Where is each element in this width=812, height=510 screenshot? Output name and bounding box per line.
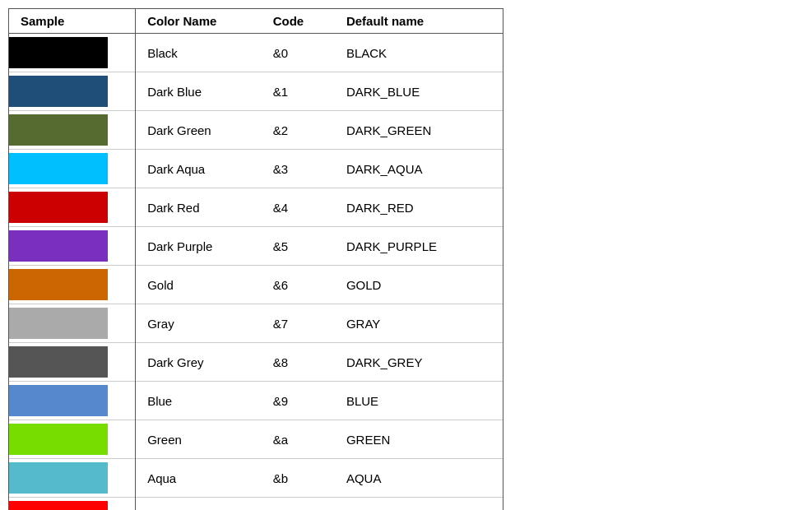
color-swatch bbox=[9, 424, 108, 455]
color-name: Gray bbox=[136, 304, 262, 343]
table-row: Dark Red&4DARK_RED bbox=[9, 188, 503, 227]
color-swatch bbox=[9, 269, 108, 300]
table-row: Aqua&bAQUA bbox=[9, 459, 503, 498]
color-swatch-cell bbox=[9, 304, 136, 343]
table-row: Red&cRED bbox=[9, 498, 503, 511]
color-name: Dark Blue bbox=[136, 72, 262, 111]
color-default-name: DARK_GREEN bbox=[335, 111, 503, 150]
color-swatch bbox=[9, 385, 108, 416]
color-swatch-cell bbox=[9, 72, 136, 111]
color-swatch-cell bbox=[9, 498, 136, 511]
color-default-name: GREEN bbox=[335, 420, 503, 459]
color-swatch bbox=[9, 346, 108, 378]
color-default-name: DARK_BLUE bbox=[335, 72, 503, 111]
color-name: Green bbox=[136, 420, 262, 459]
color-table: Sample Color Name Code Default name Blac… bbox=[9, 9, 503, 510]
table-row: Gold&6GOLD bbox=[9, 266, 503, 304]
color-code: &3 bbox=[262, 150, 335, 188]
color-swatch-cell bbox=[9, 459, 136, 498]
color-code: &a bbox=[262, 420, 335, 459]
color-swatch-cell bbox=[9, 111, 136, 150]
color-swatch bbox=[9, 501, 108, 510]
color-default-name: DARK_PURPLE bbox=[335, 227, 503, 266]
color-swatch-cell bbox=[9, 266, 136, 304]
table-row: Blue&9BLUE bbox=[9, 382, 503, 420]
color-swatch-cell bbox=[9, 188, 136, 227]
color-swatch bbox=[9, 114, 108, 146]
color-swatch-cell bbox=[9, 34, 136, 72]
color-swatch-cell bbox=[9, 343, 136, 382]
color-swatch bbox=[9, 153, 108, 184]
color-code: &5 bbox=[262, 227, 335, 266]
table-header-row: Sample Color Name Code Default name bbox=[9, 9, 503, 34]
color-default-name: BLACK bbox=[335, 34, 503, 72]
col-header-name: Color Name bbox=[136, 9, 262, 34]
color-swatch bbox=[9, 462, 108, 494]
color-swatch bbox=[9, 230, 108, 262]
color-code: &b bbox=[262, 459, 335, 498]
col-header-default: Default name bbox=[335, 9, 503, 34]
color-name: Dark Aqua bbox=[136, 150, 262, 188]
color-code: &0 bbox=[262, 34, 335, 72]
color-code: &8 bbox=[262, 343, 335, 382]
color-name: Red bbox=[136, 498, 262, 511]
color-default-name: AQUA bbox=[335, 459, 503, 498]
color-swatch bbox=[9, 308, 108, 339]
col-header-code: Code bbox=[262, 9, 335, 34]
color-swatch-cell bbox=[9, 420, 136, 459]
color-swatch-cell bbox=[9, 227, 136, 266]
color-swatch-cell bbox=[9, 150, 136, 188]
color-name: Gold bbox=[136, 266, 262, 304]
color-name: Dark Purple bbox=[136, 227, 262, 266]
color-name: Dark Red bbox=[136, 188, 262, 227]
color-default-name: DARK_RED bbox=[335, 188, 503, 227]
table-row: Dark Grey&8DARK_GREY bbox=[9, 343, 503, 382]
table-row: Dark Blue&1DARK_BLUE bbox=[9, 72, 503, 111]
table-row: Dark Aqua&3DARK_AQUA bbox=[9, 150, 503, 188]
color-table-container: Sample Color Name Code Default name Blac… bbox=[8, 8, 503, 510]
table-row: Green&aGREEN bbox=[9, 420, 503, 459]
color-code: &6 bbox=[262, 266, 335, 304]
color-code: &1 bbox=[262, 72, 335, 111]
table-row: Black&0BLACK bbox=[9, 34, 503, 72]
color-swatch-cell bbox=[9, 382, 136, 420]
table-row: Gray&7GRAY bbox=[9, 304, 503, 343]
table-row: Dark Purple&5DARK_PURPLE bbox=[9, 227, 503, 266]
color-default-name: GOLD bbox=[335, 266, 503, 304]
color-default-name: DARK_GREY bbox=[335, 343, 503, 382]
color-code: &c bbox=[262, 498, 335, 511]
color-name: Blue bbox=[136, 382, 262, 420]
color-code: &9 bbox=[262, 382, 335, 420]
color-name: Black bbox=[136, 34, 262, 72]
color-name: Dark Green bbox=[136, 111, 262, 150]
color-code: &4 bbox=[262, 188, 335, 227]
color-default-name: GRAY bbox=[335, 304, 503, 343]
table-row: Dark Green&2DARK_GREEN bbox=[9, 111, 503, 150]
color-swatch bbox=[9, 192, 108, 223]
col-header-sample: Sample bbox=[9, 9, 136, 34]
color-name: Aqua bbox=[136, 459, 262, 498]
color-code: &7 bbox=[262, 304, 335, 343]
color-code: &2 bbox=[262, 111, 335, 150]
color-default-name: BLUE bbox=[335, 382, 503, 420]
color-name: Dark Grey bbox=[136, 343, 262, 382]
color-default-name: DARK_AQUA bbox=[335, 150, 503, 188]
color-swatch bbox=[9, 76, 108, 107]
color-default-name: RED bbox=[335, 498, 503, 511]
color-swatch bbox=[9, 37, 108, 68]
